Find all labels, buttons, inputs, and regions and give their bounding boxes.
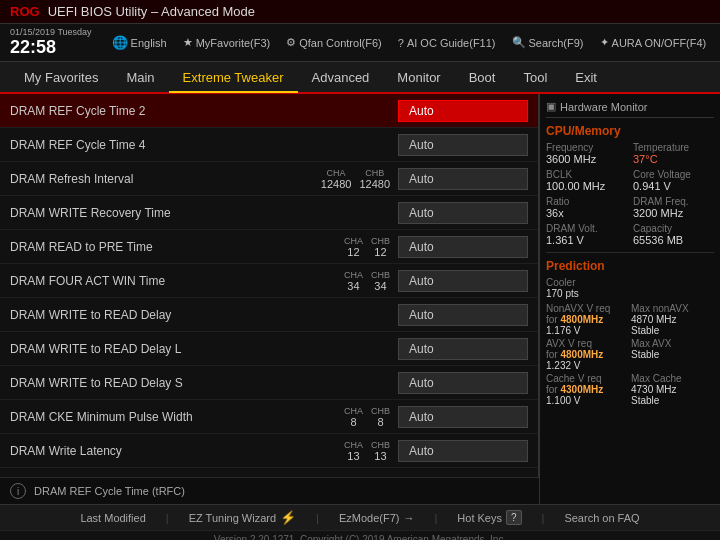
setting-value[interactable]: Auto xyxy=(398,100,528,122)
table-row[interactable]: DRAM WRITE to READ Delay L Auto xyxy=(0,332,538,366)
core-voltage-label: Core Voltage xyxy=(633,169,714,180)
dram-volt-label: DRAM Volt. xyxy=(546,223,627,234)
info-icon: i xyxy=(10,483,26,499)
max-cache-label: Max Cache xyxy=(631,373,714,384)
bios-title: UEFI BIOS Utility – Advanced Mode xyxy=(48,4,255,19)
search-button[interactable]: 🔍 Search(F9) xyxy=(512,36,584,49)
time-display: 22:58 xyxy=(10,37,92,58)
hardware-monitor-panel: ▣ Hardware Monitor CPU/Memory Frequency … xyxy=(540,94,720,504)
footer-divider-1: | xyxy=(166,512,169,524)
setting-label: DRAM WRITE Recovery Time xyxy=(10,206,398,220)
hot-keys-key: ? xyxy=(506,510,522,525)
hot-keys-label: Hot Keys xyxy=(457,512,502,524)
table-row[interactable]: DRAM Refresh Interval CHA 12480 CHB 1248… xyxy=(0,162,538,196)
table-row[interactable]: DRAM Write Latency CHA 13 CHB 13 Auto xyxy=(0,434,538,468)
my-favorite-label: MyFavorite(F3) xyxy=(196,37,271,49)
ratio-label: Ratio xyxy=(546,196,627,207)
version-text: Version 2.20.1271. Copyright (C) 2019 Am… xyxy=(214,534,506,540)
info-row: i DRAM REF Cycle Time (tRFC) xyxy=(0,477,539,504)
capacity-label: Capacity xyxy=(633,223,714,234)
cache-label: Cache V reqfor 4300MHz xyxy=(546,373,629,395)
setting-value[interactable]: Auto xyxy=(398,134,528,156)
setting-label: DRAM WRITE to READ Delay S xyxy=(10,376,398,390)
search-label: Search(F9) xyxy=(529,37,584,49)
nav-exit[interactable]: Exit xyxy=(561,64,611,91)
my-favorite-button[interactable]: ★ MyFavorite(F3) xyxy=(183,36,271,49)
setting-label: DRAM WRITE to READ Delay L xyxy=(10,342,398,356)
ai-oc-guide-button[interactable]: ? AI OC Guide(F11) xyxy=(398,37,496,49)
temperature-label: Temperature xyxy=(633,142,714,153)
temperature-value: 37°C xyxy=(633,153,714,165)
setting-label: DRAM Refresh Interval xyxy=(10,172,321,186)
cache-value: 1.100 V xyxy=(546,395,629,406)
ez-tuning-wizard-button[interactable]: EZ Tuning Wizard ⚡ xyxy=(189,510,296,525)
setting-value[interactable]: Auto xyxy=(398,236,528,258)
setting-label: DRAM WRITE to READ Delay xyxy=(10,308,398,322)
dram-volt-value: 1.361 V xyxy=(546,234,627,246)
bclk-label: BCLK xyxy=(546,169,627,180)
ez-mode-label: EzMode(F7) xyxy=(339,512,400,524)
main-layout: DRAM REF Cycle Time 2 Auto DRAM REF Cycl… xyxy=(0,94,720,504)
max-non-avx-stable: Stable xyxy=(631,325,714,336)
table-row[interactable]: DRAM WRITE to READ Delay Auto xyxy=(0,298,538,332)
setting-value[interactable]: Auto xyxy=(398,270,528,292)
nav-boot[interactable]: Boot xyxy=(455,64,510,91)
avx-value: 1.232 V xyxy=(546,360,629,371)
table-row[interactable]: DRAM REF Cycle Time 4 Auto xyxy=(0,128,538,162)
info-bar: 01/15/2019 Tuesday 22:58 🌐 English ★ MyF… xyxy=(0,24,720,62)
setting-label: DRAM REF Cycle Time 2 xyxy=(10,104,398,118)
setting-value[interactable]: Auto xyxy=(398,338,528,360)
info-description: DRAM REF Cycle Time (tRFC) xyxy=(34,485,185,497)
bclk-value: 100.00 MHz xyxy=(546,180,627,192)
setting-label: DRAM READ to PRE Time xyxy=(10,240,344,254)
prediction-title: Prediction xyxy=(546,259,714,273)
setting-value[interactable]: Auto xyxy=(398,406,528,428)
ai-oc-label: AI OC Guide(F11) xyxy=(407,37,496,49)
show-controls-row[interactable]: ▼ Show Controls xyxy=(0,468,538,477)
nav-my-favorites[interactable]: My Favorites xyxy=(10,64,112,91)
footer: Last Modified | EZ Tuning Wizard ⚡ | EzM… xyxy=(0,504,720,530)
search-faq-button[interactable]: Search on FAQ xyxy=(564,512,639,524)
hot-keys-button[interactable]: Hot Keys ? xyxy=(457,510,521,525)
table-row[interactable]: DRAM CKE Minimum Pulse Width CHA 8 CHB 8… xyxy=(0,400,538,434)
core-voltage-value: 0.941 V xyxy=(633,180,714,192)
nav-advanced[interactable]: Advanced xyxy=(298,64,384,91)
setting-label: DRAM Write Latency xyxy=(10,444,344,458)
setting-value[interactable]: Auto xyxy=(398,304,528,326)
table-row[interactable]: DRAM FOUR ACT WIN Time CHA 34 CHB 34 Aut… xyxy=(0,264,538,298)
avx-label: AVX V reqfor 4800MHz xyxy=(546,338,629,360)
frequency-value: 3600 MHz xyxy=(546,153,627,165)
footer-divider-2: | xyxy=(316,512,319,524)
cooler-label: Cooler xyxy=(546,277,714,288)
setting-label: DRAM REF Cycle Time 4 xyxy=(10,138,398,152)
last-modified-label: Last Modified xyxy=(80,512,145,524)
setting-value[interactable]: Auto xyxy=(398,440,528,462)
dram-freq-label: DRAM Freq. xyxy=(633,196,714,207)
nav-monitor[interactable]: Monitor xyxy=(383,64,454,91)
max-non-avx-value: 4870 MHz xyxy=(631,314,714,325)
table-row[interactable]: DRAM READ to PRE Time CHA 12 CHB 12 Auto xyxy=(0,230,538,264)
rog-logo: ROG xyxy=(10,4,40,19)
setting-value[interactable]: Auto xyxy=(398,202,528,224)
qfan-control-button[interactable]: ⚙ Qfan Control(F6) xyxy=(286,36,382,49)
max-avx-value: Stable xyxy=(631,349,714,360)
non-avx-label: NonAVX V reqfor 4800MHz xyxy=(546,303,629,325)
last-modified-button[interactable]: Last Modified xyxy=(80,512,145,524)
capacity-value: 65536 MB xyxy=(633,234,714,246)
nav-tool[interactable]: Tool xyxy=(509,64,561,91)
table-row[interactable]: DRAM WRITE Recovery Time Auto xyxy=(0,196,538,230)
nav-extreme-tweaker[interactable]: Extreme Tweaker xyxy=(169,64,298,93)
max-avx-label: Max AVX xyxy=(631,338,714,349)
table-row[interactable]: DRAM REF Cycle Time 2 Auto xyxy=(0,94,538,128)
nav-menu: My Favorites Main Extreme Tweaker Advanc… xyxy=(0,62,720,94)
cooler-value: 170 pts xyxy=(546,288,714,299)
ez-mode-button[interactable]: EzMode(F7) → xyxy=(339,512,415,524)
table-row[interactable]: DRAM WRITE to READ Delay S Auto xyxy=(0,366,538,400)
qfan-label: Qfan Control(F6) xyxy=(299,37,382,49)
setting-value[interactable]: Auto xyxy=(398,372,528,394)
cpu-memory-title: CPU/Memory xyxy=(546,124,714,138)
nav-main[interactable]: Main xyxy=(112,64,168,91)
setting-value[interactable]: Auto xyxy=(398,168,528,190)
aura-button[interactable]: ✦ AURA ON/OFF(F4) xyxy=(600,36,707,49)
language-selector[interactable]: 🌐 English xyxy=(112,35,167,50)
